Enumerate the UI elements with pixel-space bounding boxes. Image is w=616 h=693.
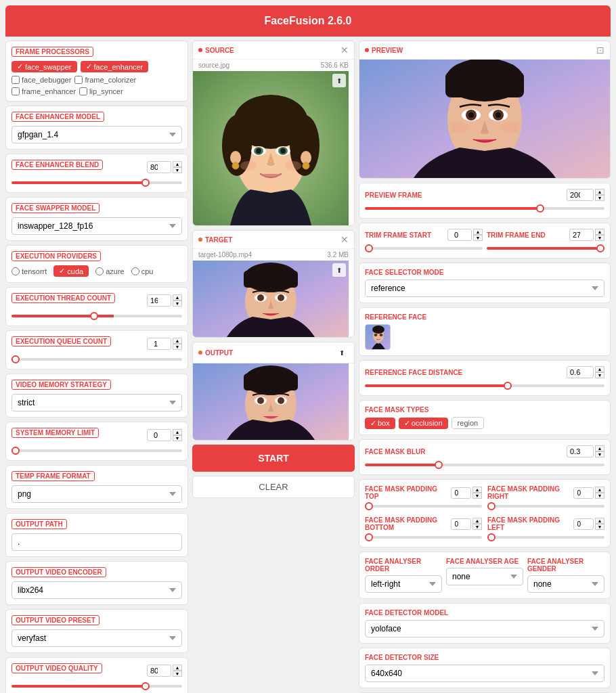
output-encoder-select[interactable]: libx264 bbox=[12, 581, 182, 599]
svg-point-47 bbox=[450, 121, 469, 133]
svg-point-53 bbox=[380, 334, 383, 336]
preview-frame-input[interactable]: ▲▼ bbox=[567, 189, 604, 201]
pad-bottom-label: FACE MASK PADDING BOTTOM bbox=[365, 516, 451, 531]
face-enhancer-model-section: FACE ENHANCER MODEL gfpgan_1.4 bbox=[5, 106, 188, 150]
video-memory-section: VIDEO MEMORY STRATEGY strict bbox=[5, 374, 188, 418]
face-detector-model-select[interactable]: yoloface bbox=[365, 620, 604, 638]
system-memory-slider[interactable] bbox=[12, 449, 182, 452]
pad-right-slider[interactable] bbox=[487, 505, 604, 508]
reference-distance-input[interactable]: ▲▼ bbox=[567, 366, 604, 378]
execution-queue-slider[interactable] bbox=[12, 358, 182, 361]
mask-tag-occlusion[interactable]: occlusion bbox=[399, 418, 448, 429]
processor-frame-colorizer[interactable]: frame_colorizer bbox=[74, 76, 136, 84]
face-detector-size-select[interactable]: 640x640 bbox=[365, 665, 604, 682]
execution-queue-input[interactable]: ▲▼ bbox=[147, 338, 182, 350]
pad-top-slider[interactable] bbox=[365, 505, 482, 508]
provider-cpu[interactable]: cpu bbox=[131, 265, 154, 277]
processor-frame-enhancer[interactable]: frame_enhancer bbox=[12, 87, 76, 95]
execution-thread-input[interactable]: ▲▼ bbox=[147, 294, 182, 307]
source-file-info: source.jpg 536.6 KB bbox=[193, 60, 354, 71]
video-memory-label: VIDEO MEMORY STRATEGY bbox=[12, 380, 111, 390]
processor-face-enhancer[interactable]: face_enhancer bbox=[81, 61, 149, 72]
output-path-input[interactable] bbox=[12, 533, 182, 551]
face-detector-model-label: FACE DETECTOR MODEL bbox=[365, 609, 604, 617]
start-button[interactable]: START bbox=[192, 445, 355, 472]
reference-distance-label: REFERENCE FACE DISTANCE bbox=[365, 369, 462, 376]
svg-point-17 bbox=[285, 161, 301, 171]
svg-point-46 bbox=[496, 112, 501, 118]
analyser-order-label: FACE ANALYSER ORDER bbox=[365, 558, 442, 573]
output-quality-slider[interactable] bbox=[12, 685, 182, 688]
frame-processors-label: FRAME PROCESSORS bbox=[12, 47, 93, 57]
analyser-order-select[interactable]: left-right bbox=[365, 575, 442, 593]
reference-face-section: REFERENCE FACE bbox=[359, 307, 611, 356]
face-enhancer-blend-slider[interactable] bbox=[12, 181, 182, 184]
provider-cuda[interactable]: cuda bbox=[53, 265, 89, 277]
pad-left-slider[interactable] bbox=[487, 536, 604, 539]
face-swapper-model-select[interactable]: inswapper_128_fp16 bbox=[12, 217, 182, 235]
target-upload-button[interactable]: ⬆ bbox=[332, 263, 346, 277]
output-quality-input[interactable]: ▲▼ bbox=[147, 665, 182, 677]
trim-frame-section: TRIM FRAME START ▲▼ TRIM FRAME END bbox=[359, 223, 611, 259]
provider-tensorrt[interactable]: tensorrt bbox=[12, 265, 47, 277]
mask-tag-region[interactable]: region bbox=[452, 417, 485, 429]
trim-end-input[interactable]: ▲▼ bbox=[569, 229, 604, 241]
face-swapper-model-label: FACE SWAPPER MODEL bbox=[12, 203, 100, 213]
face-enhancer-model-select[interactable]: gfpgan_1.4 bbox=[12, 126, 182, 143]
video-memory-select[interactable]: strict bbox=[12, 394, 182, 411]
execution-thread-section: EXECUTION THREAD COUNT ▲▼ bbox=[5, 287, 188, 326]
clear-button[interactable]: CLEAR bbox=[192, 476, 355, 498]
face-swapper-model-section: FACE SWAPPER MODEL inswapper_128_fp16 bbox=[5, 197, 188, 241]
temp-frame-section: TEMP FRAME FORMAT png bbox=[5, 465, 188, 509]
source-close-button[interactable]: ✕ bbox=[340, 45, 349, 55]
trim-start-slider[interactable] bbox=[365, 247, 483, 250]
source-upload-button[interactable]: ⬆ bbox=[332, 74, 346, 87]
trim-end-slider[interactable] bbox=[487, 247, 604, 250]
output-path-section: OUTPUT PATH bbox=[5, 513, 188, 557]
execution-thread-label: EXECUTION THREAD COUNT bbox=[12, 293, 115, 303]
svg-point-45 bbox=[468, 112, 474, 118]
face-mask-types-section: FACE MASK TYPES box occlusion region bbox=[359, 400, 611, 435]
target-label: TARGET bbox=[198, 236, 232, 244]
analyser-age-select[interactable]: none bbox=[446, 568, 523, 585]
reference-distance-slider[interactable] bbox=[365, 384, 604, 387]
pad-bottom-slider[interactable] bbox=[365, 536, 482, 539]
preview-frame-section: PREVIEW FRAME ▲▼ bbox=[359, 183, 611, 219]
processor-face-swapper[interactable]: face_swapper bbox=[12, 61, 77, 72]
svg-point-48 bbox=[500, 121, 519, 133]
execution-thread-slider[interactable] bbox=[12, 315, 182, 317]
system-memory-section: SYSTEM MEMORY LIMIT ▲▼ bbox=[5, 422, 188, 461]
output-card: OUTPUT ⬆ bbox=[192, 342, 355, 441]
preview-frame-slider[interactable] bbox=[365, 207, 604, 210]
right-panel: PREVIEW ⊡ bbox=[359, 41, 611, 693]
reference-face-label: REFERENCE FACE bbox=[365, 313, 604, 321]
pad-left-input[interactable]: ▲▼ bbox=[573, 518, 604, 530]
pad-bottom-input[interactable]: ▲▼ bbox=[451, 518, 482, 530]
face-enhancer-model-label: FACE ENHANCER MODEL bbox=[12, 112, 104, 122]
output-preset-select[interactable]: veryfast bbox=[12, 629, 182, 647]
output-dot bbox=[198, 351, 202, 355]
output-encoder-section: OUTPUT VIDEO ENCODER libx264 bbox=[5, 561, 188, 605]
temp-frame-select[interactable]: png bbox=[12, 485, 182, 503]
pad-top-label: FACE MASK PADDING TOP bbox=[365, 485, 451, 500]
target-file-info: target-1080p.mp4 3.2 MB bbox=[193, 249, 354, 261]
face-mask-blur-slider[interactable] bbox=[365, 464, 604, 466]
analyser-gender-select[interactable]: none bbox=[527, 575, 604, 593]
system-memory-input[interactable]: ▲▼ bbox=[147, 429, 182, 441]
trim-start-input[interactable]: ▲▼ bbox=[447, 229, 483, 241]
target-dot bbox=[198, 238, 202, 242]
provider-azure[interactable]: azure bbox=[95, 265, 125, 277]
face-mask-blur-input[interactable]: ▲▼ bbox=[567, 445, 604, 457]
pad-right-input[interactable]: ▲▼ bbox=[573, 487, 604, 499]
reference-face-thumbnail[interactable] bbox=[365, 324, 391, 350]
source-card: SOURCE ✕ source.jpg 536.6 KB bbox=[192, 41, 355, 226]
face-selector-select[interactable]: reference bbox=[365, 280, 604, 297]
face-enhancer-blend-input[interactable]: ▲▼ bbox=[147, 161, 182, 173]
pad-top-input[interactable]: ▲▼ bbox=[451, 487, 482, 499]
mask-tag-box[interactable]: box bbox=[365, 418, 395, 429]
target-close-button[interactable]: ✕ bbox=[340, 234, 349, 245]
svg-rect-40 bbox=[445, 72, 524, 97]
processor-lip-syncer[interactable]: lip_syncer bbox=[79, 87, 123, 95]
preview-expand-button[interactable]: ⊡ bbox=[596, 45, 604, 55]
processor-face-debugger[interactable]: face_debugger bbox=[12, 76, 71, 84]
